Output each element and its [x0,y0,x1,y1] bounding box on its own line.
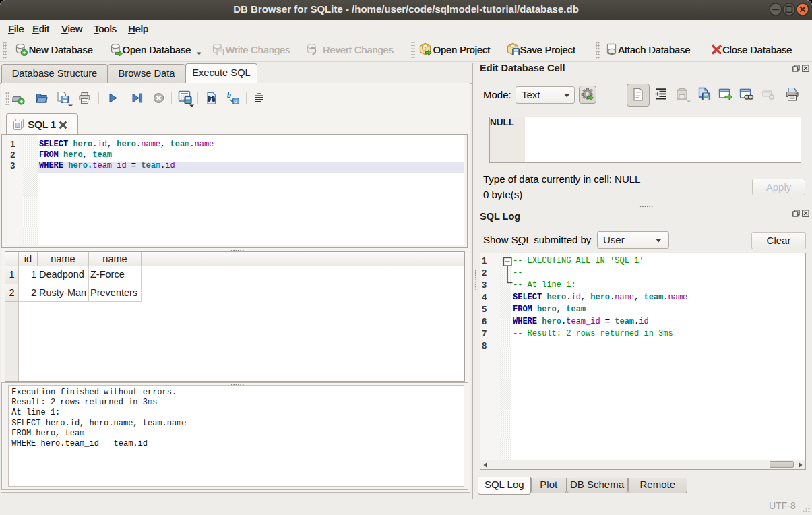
svg-text:a: a [234,97,237,104]
svg-text:b: b [227,91,231,100]
